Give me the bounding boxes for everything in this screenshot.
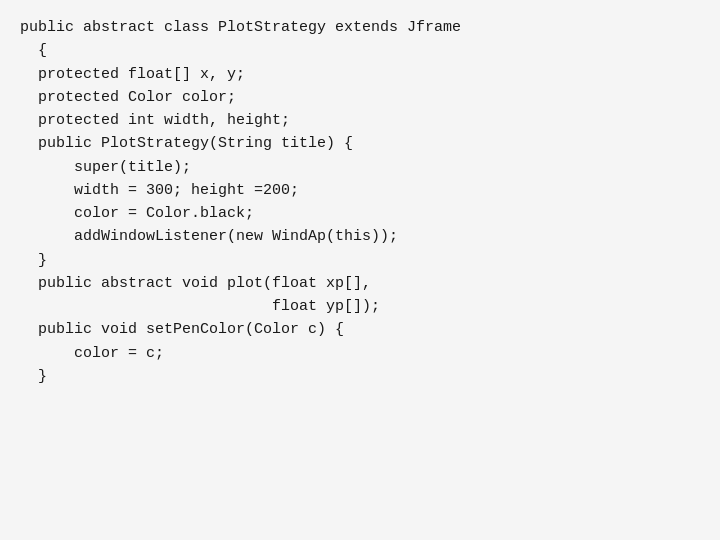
code-block: public abstract class PlotStrategy exten… — [20, 16, 700, 388]
code-container: public abstract class PlotStrategy exten… — [0, 0, 720, 540]
